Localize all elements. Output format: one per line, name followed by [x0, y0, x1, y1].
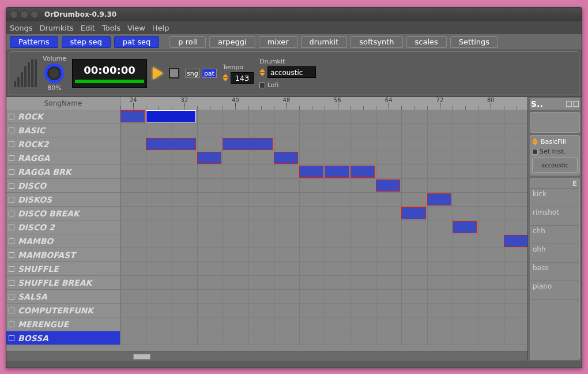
track-row[interactable]: ROCK2 — [6, 137, 527, 151]
track-mute-checkbox[interactable] — [9, 335, 14, 341]
track-cells[interactable] — [120, 290, 527, 303]
instrument-item[interactable]: ohh — [530, 244, 579, 263]
track-name-cell[interactable]: DISCO 2 — [6, 220, 120, 234]
track-cells[interactable] — [120, 179, 527, 192]
track-cells[interactable] — [120, 248, 527, 261]
set-inst-checkbox[interactable] — [532, 149, 538, 155]
menu-drumkits[interactable]: Drumkits — [39, 24, 73, 32]
progress-bar[interactable] — [75, 80, 144, 83]
track-cells[interactable] — [120, 317, 527, 331]
basicfill-spinner[interactable] — [532, 138, 539, 145]
track-mute-checkbox[interactable] — [9, 238, 14, 244]
menu-songs[interactable]: Songs — [10, 24, 32, 32]
stop-button[interactable] — [169, 68, 179, 78]
track-row[interactable]: MERENGUE — [6, 317, 527, 331]
track-mute-checkbox[interactable] — [9, 128, 14, 133]
tab-pat-seq[interactable]: pat seq — [114, 36, 159, 48]
mode-pat-button[interactable]: pat — [202, 69, 217, 78]
menu-view[interactable]: View — [127, 24, 145, 32]
track-row[interactable]: SHUFFLE BREAK — [6, 276, 527, 290]
track-mute-checkbox[interactable] — [9, 141, 14, 147]
instrument-item[interactable]: chh — [530, 226, 579, 244]
track-mute-checkbox[interactable] — [9, 294, 14, 300]
drumkit-input[interactable]: accoustic — [267, 66, 316, 78]
instrument-item[interactable]: rimshot — [530, 207, 579, 226]
track-cells[interactable] — [120, 207, 527, 220]
panel-expand-icon[interactable] — [566, 101, 572, 107]
scrollbar-thumb[interactable] — [133, 354, 150, 360]
track-name-cell[interactable]: RAGGA BRK — [6, 165, 120, 178]
track-grid[interactable]: ROCKBASICROCK2RAGGARAGGA BRKDISCODISKOSD… — [6, 110, 527, 351]
ruler[interactable]: SongName 2432404856647280 — [6, 97, 527, 110]
track-cells[interactable] — [120, 276, 527, 289]
play-button[interactable] — [153, 67, 163, 80]
maximize-icon[interactable] — [31, 10, 39, 18]
track-row[interactable]: ROCK — [6, 110, 527, 124]
track-row[interactable]: MAMBO — [6, 234, 527, 248]
chevron-down-icon[interactable] — [223, 78, 228, 81]
track-mute-checkbox[interactable] — [9, 155, 14, 161]
track-cells[interactable] — [120, 220, 527, 234]
close-icon[interactable] — [10, 10, 18, 18]
track-row[interactable]: RAGGA BRK — [6, 165, 527, 179]
track-row[interactable]: BOSSA — [6, 331, 527, 345]
track-name-cell[interactable]: COMPUTERFUNK — [6, 304, 120, 317]
tab-mixer[interactable]: mixer — [259, 36, 297, 48]
menu-tools[interactable]: Tools — [102, 24, 120, 32]
track-row[interactable]: RAGGA — [6, 151, 527, 165]
track-mute-checkbox[interactable] — [9, 114, 14, 119]
chevron-down-icon[interactable] — [259, 73, 265, 76]
tab-step-seq[interactable]: step seq — [62, 36, 111, 48]
menu-help[interactable]: Help — [152, 24, 169, 32]
pattern-clip[interactable] — [376, 179, 400, 192]
track-row[interactable]: SHUFFLE — [6, 262, 527, 276]
tab-drumkit[interactable]: drumkit — [301, 36, 348, 48]
track-cells[interactable] — [120, 193, 527, 206]
track-name-cell[interactable]: DISCO — [6, 179, 120, 192]
pattern-clip[interactable] — [427, 193, 451, 205]
titlebar[interactable]: OrDrumbox-0.9.30 — [6, 8, 582, 21]
track-name-cell[interactable]: ROCK — [6, 110, 120, 123]
pattern-clip[interactable] — [146, 138, 196, 150]
menu-edit[interactable]: Edit — [81, 24, 95, 32]
track-name-cell[interactable]: BOSSA — [6, 331, 120, 345]
ruler-ticks[interactable]: 2432404856647280 — [120, 97, 527, 110]
drumkit-spinner[interactable] — [259, 69, 266, 76]
pattern-clip[interactable] — [146, 110, 196, 122]
track-cells[interactable] — [120, 262, 527, 275]
instrument-item[interactable]: bass — [530, 263, 579, 281]
chevron-up-icon[interactable] — [532, 138, 538, 141]
tab-Patterns[interactable]: Patterns — [10, 36, 58, 48]
pattern-clip[interactable] — [504, 235, 528, 247]
pattern-clip[interactable] — [350, 166, 375, 178]
track-row[interactable]: COMPUTERFUNK — [6, 304, 527, 317]
horizontal-scrollbar[interactable] — [6, 351, 527, 361]
track-name-cell[interactable]: SHUFFLE BREAK — [6, 276, 120, 289]
track-name-cell[interactable]: BASIC — [6, 124, 120, 137]
tab-arpeggi[interactable]: arpeggi — [209, 36, 255, 48]
track-name-cell[interactable]: MERENGUE — [6, 317, 120, 331]
track-mute-checkbox[interactable] — [9, 169, 14, 175]
track-cells[interactable] — [120, 151, 527, 164]
pattern-clip[interactable] — [299, 166, 323, 178]
track-name-cell[interactable]: SHUFFLE — [6, 262, 120, 275]
track-name-cell[interactable]: ROCK2 — [6, 137, 120, 151]
track-mute-checkbox[interactable] — [9, 280, 14, 286]
track-cells[interactable] — [120, 124, 527, 137]
panel-collapse-icon[interactable] — [573, 101, 579, 107]
track-row[interactable]: DISCO BREAK — [6, 207, 527, 220]
track-mute-checkbox[interactable] — [9, 252, 14, 258]
volume-knob[interactable] — [44, 63, 64, 83]
pattern-clip[interactable] — [401, 207, 425, 219]
pattern-clip[interactable] — [274, 152, 298, 164]
pattern-clip[interactable] — [325, 166, 349, 178]
track-row[interactable]: DISCO — [6, 179, 527, 193]
track-cells[interactable] — [120, 331, 527, 345]
track-mute-checkbox[interactable] — [9, 183, 14, 189]
tempo-spinner[interactable] — [223, 74, 229, 81]
track-mute-checkbox[interactable] — [9, 211, 14, 216]
track-mute-checkbox[interactable] — [9, 266, 14, 272]
track-name-cell[interactable]: SALSA — [6, 290, 120, 303]
track-row[interactable]: SALSA — [6, 290, 527, 304]
track-mute-checkbox[interactable] — [9, 225, 14, 230]
